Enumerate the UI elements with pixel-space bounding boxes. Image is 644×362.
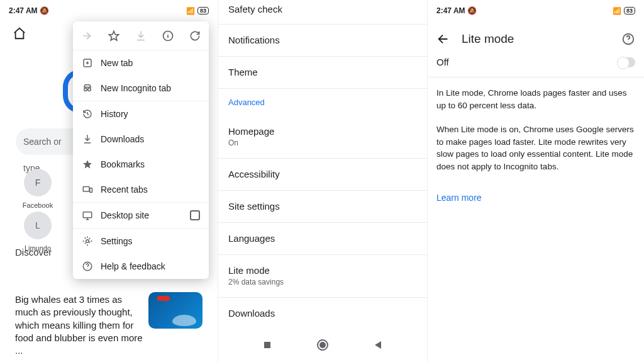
battery-badge: 83 [624, 7, 635, 14]
lite-mode-description-1: In Lite mode, Chrome loads pages faster … [436, 87, 635, 111]
settings-safety-check[interactable]: Safety check [218, 0, 427, 24]
settings-row-label: Site settings [228, 201, 280, 212]
gear-icon [82, 235, 101, 247]
settings-row-label: Downloads [228, 308, 275, 319]
svg-rect-4 [83, 187, 89, 192]
plus-box-icon [82, 57, 101, 69]
settings-languages[interactable]: Languages [218, 223, 427, 254]
menu-item-label: New tab [101, 58, 133, 68]
nav-home-icon[interactable] [316, 339, 329, 351]
signal-icon: 📶 [613, 7, 621, 15]
forward-icon[interactable] [80, 30, 93, 42]
lite-mode-toggle-row[interactable]: Off [436, 57, 635, 67]
settings-site-settings[interactable]: Site settings [218, 191, 427, 222]
svg-point-7 [86, 240, 89, 243]
menu-item-label: Recent tabs [101, 184, 148, 195]
settings-homepage[interactable]: Homepage On [218, 116, 427, 158]
dnd-icon: 🔕 [40, 6, 49, 15]
toggle-label: Off [436, 57, 449, 67]
nav-back-icon[interactable] [373, 340, 383, 350]
svg-point-2 [84, 88, 87, 91]
download-icon [82, 133, 101, 145]
home-button[interactable] [13, 26, 26, 40]
home-icon [13, 26, 26, 40]
menu-help[interactable]: Help & feedback [73, 254, 209, 279]
help-button[interactable] [621, 32, 635, 46]
svg-point-3 [88, 88, 91, 91]
shortcut-facebook[interactable]: F Facebook [13, 169, 63, 209]
menu-bookmarks[interactable]: Bookmarks [73, 152, 209, 177]
status-bar: 2:47 AM 🔕 📶 83 [428, 0, 644, 21]
desktop-site-checkbox[interactable] [190, 210, 200, 220]
discover-header: Discover [15, 247, 52, 257]
system-nav-bar [218, 331, 427, 359]
svg-rect-9 [264, 342, 270, 348]
star-fill-icon [82, 159, 101, 170]
menu-item-label: Desktop site [101, 210, 149, 220]
article-headline[interactable]: Big whales eat 3 times as much as previo… [15, 293, 147, 357]
menu-item-label: New Incognito tab [101, 83, 171, 93]
status-time: 2:47 AM [436, 6, 465, 15]
settings-row-label: Languages [228, 233, 275, 244]
refresh-icon[interactable] [189, 30, 201, 42]
settings-notifications[interactable]: Notifications [218, 25, 427, 56]
svg-rect-5 [90, 188, 92, 193]
omnibox-search[interactable]: Search or type [16, 128, 79, 155]
panel-lite-mode: 2:47 AM 🔕 📶 83 Lite mode Off In Lite mod… [428, 0, 644, 362]
settings-row-label: Notifications [228, 35, 280, 45]
overflow-menu: New tab New Incognito tab History Downlo… [73, 21, 209, 279]
settings-row-label: Theme [228, 67, 258, 77]
menu-item-label: Bookmarks [101, 159, 145, 169]
settings-row-label: Safety check [228, 4, 282, 14]
title-bar: Lite mode [428, 25, 644, 53]
nav-recent-icon[interactable] [262, 340, 272, 350]
signal-icon: 📶 [186, 7, 195, 15]
svg-point-11 [319, 342, 326, 348]
monitor-icon [82, 210, 101, 221]
menu-new-tab[interactable]: New tab [73, 50, 209, 76]
menu-settings[interactable]: Settings [73, 229, 209, 254]
settings-downloads[interactable]: Downloads [218, 298, 427, 327]
panel-settings-list: Safety check Notifications Theme Advance… [218, 0, 428, 362]
back-button[interactable] [436, 32, 450, 46]
toggle-switch[interactable] [618, 57, 635, 67]
info-icon[interactable] [162, 30, 174, 42]
download-icon[interactable] [135, 30, 147, 42]
article-thumbnail[interactable] [148, 292, 203, 329]
shortcut-avatar: F [24, 169, 52, 196]
menu-incognito[interactable]: New Incognito tab [73, 76, 209, 101]
status-time: 2:47 AM [9, 6, 38, 15]
menu-history[interactable]: History [73, 101, 209, 127]
menu-item-label: Help & feedback [101, 261, 165, 271]
menu-item-label: Settings [101, 236, 133, 246]
settings-lite-mode[interactable]: Lite mode 2% data savings [218, 255, 427, 297]
help-icon [82, 261, 101, 272]
settings-theme[interactable]: Theme [218, 57, 427, 88]
settings-accessibility[interactable]: Accessibility [218, 159, 427, 190]
svg-rect-6 [83, 212, 92, 218]
panel-chrome-menu: 2:47 AM 🔕 📶 83 Search or type F Facebook… [0, 0, 218, 362]
settings-row-sub: 2% data savings [228, 278, 417, 286]
menu-downloads[interactable]: Downloads [73, 127, 209, 152]
divider [428, 77, 644, 77]
history-icon [82, 108, 101, 120]
settings-row-label: Lite mode [228, 265, 417, 276]
incognito-icon [82, 82, 101, 94]
settings-section-advanced: Advanced [218, 89, 427, 116]
page-title: Lite mode [462, 32, 514, 46]
menu-item-label: Downloads [101, 134, 144, 144]
learn-more-link[interactable]: Learn more [436, 193, 482, 203]
dnd-icon: 🔕 [467, 6, 477, 15]
settings-row-label: Accessibility [228, 169, 280, 179]
menu-item-label: History [101, 109, 128, 119]
menu-recent-tabs[interactable]: Recent tabs [73, 177, 209, 202]
lite-mode-description-2: When Lite mode is on, Chrome uses Google… [436, 123, 635, 173]
battery-badge: 83 [197, 7, 209, 14]
omnibox-placeholder: Search or type [23, 137, 62, 173]
shortcut-avatar: L [24, 212, 52, 239]
shortcut-limundo[interactable]: L Limundo [13, 212, 63, 252]
menu-desktop-site[interactable]: Desktop site [73, 203, 209, 228]
star-icon[interactable] [108, 30, 120, 42]
devices-icon [82, 184, 101, 195]
shortcut-label: Facebook [13, 201, 63, 209]
